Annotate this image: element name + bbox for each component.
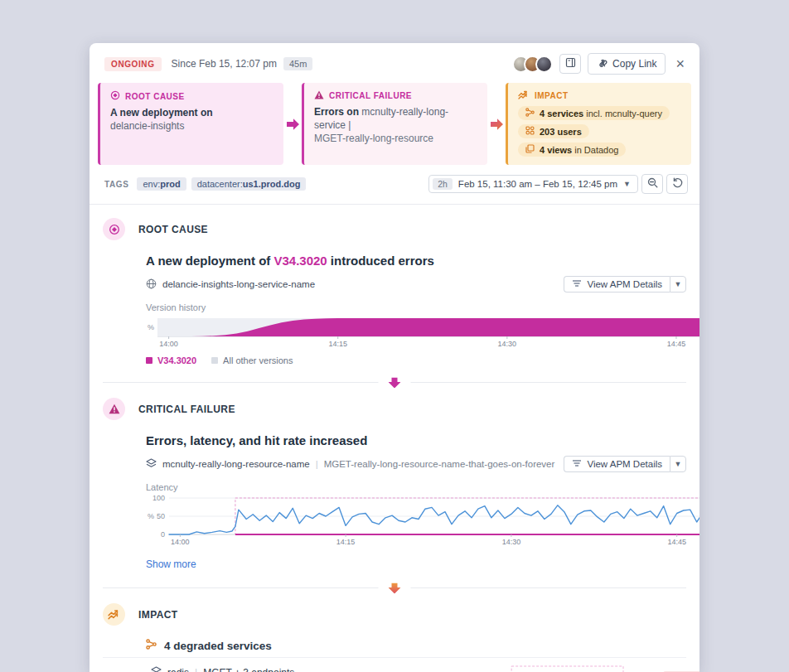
resource-name[interactable]: mcnulty-really-long-resource-name — [162, 459, 310, 469]
chart-legend: V34.3020 All other versions — [146, 355, 686, 365]
notebook-button[interactable] — [559, 54, 581, 74]
svg-text:14:45: 14:45 — [667, 340, 686, 348]
svg-text:50: 50 — [157, 512, 165, 520]
row-endpoints[interactable]: MGET + 3 endpoints — [203, 667, 294, 672]
impact-section: IMPACT 4 degraded services — [103, 590, 686, 672]
view-apm-details: View APM Details ▼ — [564, 456, 686, 472]
svg-text:0: 0 — [161, 530, 165, 539]
time-duration-chip: 2h — [433, 178, 453, 190]
view-apm-details: View APM Details ▼ — [564, 276, 686, 292]
svg-text:14:30: 14:30 — [502, 538, 521, 546]
impact-card[interactable]: IMPACT 4 services incl. mcnulty-query — [506, 83, 691, 165]
svg-text:14:30: 14:30 — [498, 340, 517, 348]
impact-pill-services[interactable]: 4 services incl. mcnulty-query — [518, 106, 670, 120]
root-cause-title: A new deployment of V34.3020 introduced … — [146, 254, 686, 268]
degraded-services-heading: 4 degraded services — [146, 639, 686, 652]
svg-text:%: % — [148, 512, 154, 520]
show-more-link[interactable]: Show more — [146, 558, 196, 570]
card-label: IMPACT — [535, 91, 569, 100]
screen: ONGOING Since Feb 15, 12:07 pm 45m — [0, 0, 789, 672]
chevron-down-icon: ▼ — [675, 460, 682, 468]
impact-pill-views[interactable]: 4 views in Datadog — [518, 143, 626, 157]
chevron-down-icon: ▼ — [623, 180, 631, 188]
close-button[interactable]: × — [672, 56, 688, 71]
critical-failure-icon — [103, 398, 125, 420]
section-heading: IMPACT — [138, 609, 178, 621]
service-name[interactable]: delancie-insights-long-service-name — [162, 279, 315, 289]
service-icon — [525, 108, 535, 118]
view-apm-details-button[interactable]: View APM Details — [564, 276, 670, 292]
latency-chart[interactable]: 050100%14:0014:1514:3014:45 — [146, 496, 699, 547]
incident-panel: ONGOING Since Feb 15, 12:07 pm 45m — [90, 43, 699, 672]
card-label: CRITICAL FAILURE — [329, 91, 412, 100]
critical-failure-section: CRITICAL FAILURE Errors, latency, and hi… — [103, 384, 686, 588]
avatar-group — [512, 56, 553, 73]
globe-icon — [146, 278, 157, 291]
apm-dropdown-button[interactable]: ▼ — [670, 276, 686, 292]
avatar[interactable] — [535, 56, 553, 73]
row-service[interactable]: redis — [167, 667, 189, 672]
svg-text:14:15: 14:15 — [328, 340, 347, 348]
card-label: ROOT CAUSE — [125, 92, 185, 101]
apm-dropdown-button[interactable]: ▼ — [670, 456, 686, 472]
reset-icon — [672, 177, 683, 191]
svg-text:%: % — [148, 323, 154, 331]
status-badge: ONGOING — [104, 57, 162, 71]
section-divider — [103, 382, 686, 383]
card-line2: delancie-insights — [110, 120, 184, 132]
view-apm-details-button[interactable]: View APM Details — [564, 456, 670, 472]
service-icon — [146, 639, 157, 652]
chevron-down-icon: ▼ — [675, 280, 682, 288]
flow-arrow-orange-icon — [487, 83, 506, 165]
time-range-text: Feb 15, 11:30 am – Feb 15, 12:45 pm — [458, 179, 617, 189]
root-cause-card[interactable]: ROOT CAUSE A new deployment on delancie-… — [98, 83, 283, 165]
zoom-out-button[interactable] — [641, 174, 663, 194]
tag-env[interactable]: env:prod — [137, 177, 186, 191]
card-line1: A new deployment on — [110, 107, 213, 118]
flame-graph-icon — [572, 279, 582, 289]
top-bar: ONGOING Since Feb 15, 12:07 pm 45m — [90, 43, 699, 81]
tags-row: TAGS env:prod datacenter:us1.prod.dog 2h… — [90, 165, 699, 205]
row-sparkline-chart[interactable] — [492, 664, 625, 672]
svg-text:100: 100 — [152, 496, 165, 502]
down-arrow-magenta-icon — [379, 377, 411, 388]
resource-layers-icon — [151, 666, 162, 672]
down-arrow-orange-icon — [379, 583, 411, 593]
version-history-chart[interactable]: %14:0014:1514:3014:45 — [146, 316, 699, 349]
deployment-target-icon — [110, 90, 120, 102]
svg-text:14:00: 14:00 — [171, 538, 190, 546]
critical-failure-title: Errors, latency, and hit rate increased — [146, 433, 686, 447]
svg-text:14:00: 14:00 — [159, 340, 178, 348]
since-text: Since Feb 15, 12:07 pm — [172, 58, 277, 70]
legend-swatch — [146, 357, 152, 364]
tags-label: TAGS — [104, 180, 128, 189]
svg-text:14:45: 14:45 — [667, 538, 686, 546]
flame-graph-icon — [572, 459, 582, 469]
link-icon — [597, 57, 607, 70]
impact-trend-icon — [518, 90, 530, 101]
legend-item-version[interactable]: V34.3020 — [146, 355, 196, 365]
root-cause-icon — [103, 218, 125, 240]
endpoint-name: MGET-really-long-resource-name-that-goes… — [324, 459, 555, 469]
legend-swatch — [211, 357, 218, 364]
version-link[interactable]: V34.3020 — [273, 254, 327, 268]
time-range-selector[interactable]: 2h Feb 15, 11:30 am – Feb 15, 12:45 pm ▼ — [428, 175, 638, 193]
svg-text:14:15: 14:15 — [336, 538, 356, 546]
duration-badge: 45m — [283, 57, 312, 70]
tag-datacenter[interactable]: datacenter:us1.prod.dog — [191, 177, 307, 191]
critical-failure-card[interactable]: CRITICAL FAILURE Errors on mcnulty-reall… — [302, 83, 487, 165]
views-icon — [525, 144, 535, 155]
notebook-icon — [565, 57, 576, 70]
flow-arrow-magenta-icon — [283, 83, 302, 165]
section-divider — [103, 587, 686, 588]
copy-link-button[interactable]: Copy Link — [588, 53, 666, 75]
summary-cards: ROOT CAUSE A new deployment on delancie-… — [90, 81, 699, 165]
section-heading: ROOT CAUSE — [138, 224, 208, 235]
zoom-out-icon — [647, 177, 658, 191]
degraded-service-row[interactable]: redis | MGET + 3 endpoints Error rate, l… — [103, 657, 686, 672]
chart-label: Latency — [146, 482, 686, 492]
reset-time-button[interactable] — [666, 174, 688, 194]
card-line1-bold: Errors on — [314, 106, 359, 118]
legend-item-others[interactable]: All other versions — [211, 355, 293, 365]
impact-pill-users[interactable]: 203 users — [518, 124, 589, 138]
